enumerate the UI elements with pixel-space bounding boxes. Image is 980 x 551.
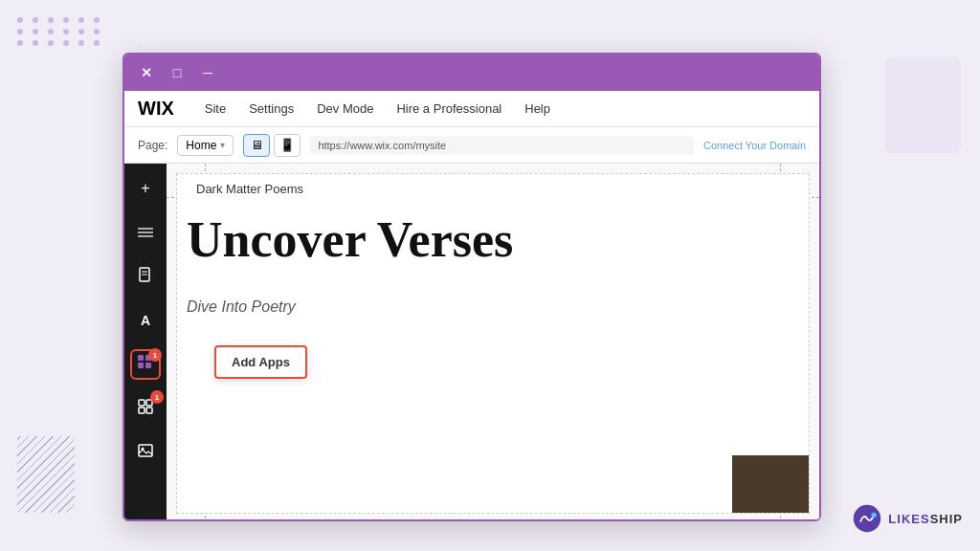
- canvas-inner: Dark Matter Poems Uncover Verses Dive In…: [176, 173, 810, 514]
- document-icon: [138, 267, 153, 286]
- menu-devmode[interactable]: Dev Mode: [305, 91, 385, 127]
- desktop-view-button[interactable]: 🖥: [243, 134, 270, 157]
- decorative-right: [884, 57, 961, 153]
- pages-icon: [138, 228, 153, 237]
- apps-badge: 1: [148, 348, 162, 362]
- connect-domain-button[interactable]: Connect Your Domain: [703, 140, 806, 151]
- menu-site[interactable]: Site: [193, 91, 237, 127]
- svg-rect-13: [139, 445, 152, 456]
- media-button[interactable]: [130, 437, 161, 468]
- subtitle-text: Dive Into Poetry: [187, 298, 296, 316]
- typography-icon: A: [141, 313, 150, 328]
- maximize-button[interactable]: □: [167, 62, 188, 83]
- content-manager-button[interactable]: [130, 261, 161, 292]
- title-bar: ✕ □ ─: [124, 55, 819, 91]
- wix-logo: WIX: [138, 98, 174, 120]
- page-selector[interactable]: Home ▾: [177, 135, 234, 156]
- svg-rect-8: [145, 363, 151, 368]
- decorative-lines: [17, 436, 75, 513]
- chevron-down-icon: ▾: [220, 140, 225, 150]
- menu-bar: WIX Site Settings Dev Mode Hire a Profes…: [124, 91, 819, 127]
- svg-rect-9: [139, 400, 145, 406]
- add-apps-button[interactable]: 1: [130, 349, 161, 380]
- svg-rect-7: [138, 363, 144, 368]
- media-icon: [138, 443, 153, 462]
- hero-image-patch: [732, 455, 809, 513]
- svg-rect-11: [139, 408, 145, 413]
- plus-icon: +: [141, 180, 149, 197]
- pages-button[interactable]: [130, 217, 161, 248]
- toolbar: Page: Home ▾ 🖥 📱 https://www.wix.com/mys…: [124, 127, 819, 164]
- left-sidebar: + A: [124, 164, 167, 521]
- add-apps-label: Add Apps: [232, 355, 290, 369]
- typography-button[interactable]: A: [130, 305, 161, 336]
- menu-hire-professional[interactable]: Hire a Professional: [385, 91, 513, 127]
- logo-text: LIKESSHIP: [888, 512, 963, 526]
- editor-canvas: Dark Matter Poems Uncover Verses Dive In…: [167, 164, 819, 521]
- likesship-logo: LIKESSHIP: [852, 503, 963, 534]
- widgets-badge: 1: [150, 390, 164, 404]
- menu-help[interactable]: Help: [513, 91, 562, 127]
- add-apps-tooltip: Add Apps: [214, 345, 307, 379]
- page-label: Page:: [138, 139, 167, 152]
- svg-point-1: [872, 513, 877, 518]
- page-name: Home: [186, 139, 216, 152]
- svg-rect-5: [138, 355, 144, 361]
- mobile-view-button[interactable]: 📱: [274, 134, 301, 157]
- editor-window: ✕ □ ─ WIX Site Settings Dev Mode Hire a …: [122, 53, 821, 521]
- site-title: Dark Matter Poems: [196, 182, 303, 196]
- widgets-icon: [138, 399, 153, 418]
- menu-settings[interactable]: Settings: [237, 91, 305, 127]
- decorative-dots: [17, 17, 103, 46]
- widgets-button[interactable]: 1: [130, 393, 161, 424]
- svg-rect-12: [146, 408, 152, 413]
- device-buttons: 🖥 📱: [243, 134, 301, 157]
- editor-area: + A: [124, 164, 819, 521]
- hero-headline: Uncover Verses: [187, 212, 513, 267]
- minimize-button[interactable]: ─: [197, 62, 218, 83]
- url-bar: https://www.wix.com/mysite: [310, 136, 694, 155]
- add-element-button[interactable]: +: [130, 173, 161, 204]
- close-button[interactable]: ✕: [136, 62, 157, 83]
